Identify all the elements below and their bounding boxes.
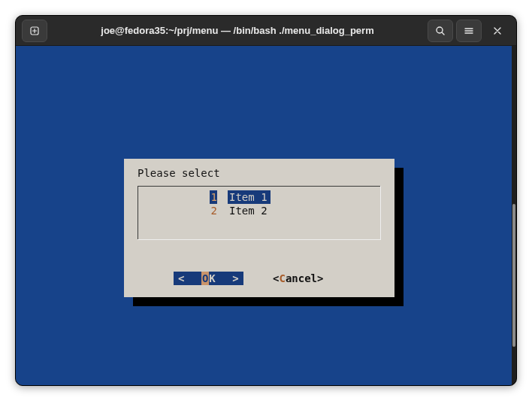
cancel-hotkey: C bbox=[279, 272, 285, 285]
menu-item-2[interactable]: 2 Item 2 bbox=[210, 204, 271, 217]
ok-bracket-right: > bbox=[231, 272, 240, 285]
menu-button[interactable] bbox=[456, 20, 482, 42]
search-button[interactable] bbox=[428, 20, 453, 42]
ok-pad bbox=[216, 272, 231, 285]
list-border-right bbox=[380, 186, 381, 240]
ok-button[interactable]: < O K > bbox=[174, 272, 243, 285]
list-border-bottom bbox=[138, 239, 381, 240]
scrollbar-thumb[interactable] bbox=[512, 204, 515, 347]
dialog-box: Please select 1 Item 1 2 Item 2 bbox=[124, 159, 394, 297]
list-border-top bbox=[138, 186, 381, 187]
ok-hotkey: O bbox=[201, 272, 209, 285]
ok-pad bbox=[186, 272, 201, 285]
terminal-viewport[interactable]: Please select 1 Item 1 2 Item 2 bbox=[16, 46, 512, 385]
terminal-window: joe@fedora35:~/prj/menu — /bin/bash ./me… bbox=[15, 15, 517, 386]
ok-bracket-left: < bbox=[177, 272, 186, 285]
menu-item-tag: 2 bbox=[210, 204, 217, 217]
menu-item-1[interactable]: 1 Item 1 bbox=[210, 190, 271, 204]
menu-item-label: Item 2 bbox=[228, 204, 271, 217]
cancel-bracket-right: > bbox=[317, 272, 323, 285]
hamburger-icon bbox=[464, 26, 474, 36]
cancel-button[interactable]: < C ancel > bbox=[273, 272, 323, 285]
titlebar: joe@fedora35:~/prj/menu — /bin/bash ./me… bbox=[16, 16, 516, 46]
menu-list: 1 Item 1 2 Item 2 bbox=[138, 186, 381, 240]
menu-item-gap bbox=[217, 204, 228, 217]
menu-item-label: Item 1 bbox=[228, 190, 271, 204]
close-icon bbox=[493, 26, 502, 35]
cancel-bracket-left: < bbox=[273, 272, 279, 285]
plus-icon bbox=[29, 26, 40, 36]
ok-rest: K bbox=[209, 272, 215, 285]
scrollbar[interactable] bbox=[512, 46, 516, 385]
list-border-left bbox=[138, 186, 138, 240]
new-tab-button[interactable] bbox=[22, 20, 47, 42]
search-icon bbox=[435, 26, 446, 36]
menu-item-tag: 1 bbox=[210, 190, 217, 204]
dialog-prompt: Please select bbox=[138, 166, 220, 180]
window-title: joe@fedora35:~/prj/menu — /bin/bash ./me… bbox=[49, 25, 426, 36]
menu-item-gap bbox=[217, 190, 228, 204]
cancel-rest: ancel bbox=[286, 272, 317, 285]
dialog-buttons: < O K > < C ancel > bbox=[124, 272, 394, 285]
close-button[interactable] bbox=[485, 20, 510, 42]
